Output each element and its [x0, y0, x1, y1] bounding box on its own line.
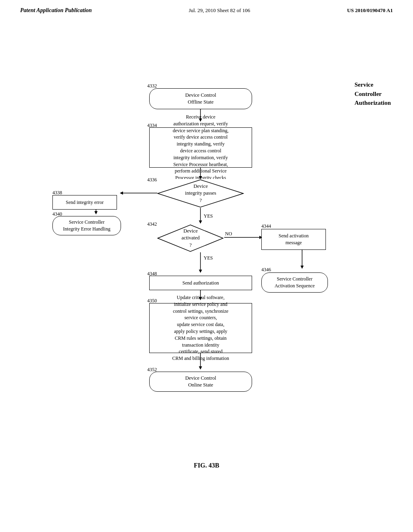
label-4344: 4344: [261, 223, 271, 229]
node-4332-device-control-offline-state: Device Control Offline State: [149, 88, 252, 109]
diagram-area: Service Controller Authorization: [0, 18, 413, 485]
label-4346: 4346: [261, 267, 271, 273]
node-4342-device-activated: Device activated ?: [157, 224, 224, 252]
publication-title: Patent Application Publication: [20, 7, 92, 14]
label-4336: 4336: [147, 177, 157, 183]
svg-text:YES: YES: [204, 255, 213, 261]
svg-text:YES: YES: [204, 213, 213, 219]
node-4348-send-authorization: Send authorization: [149, 276, 252, 290]
svg-marker-9: [94, 211, 98, 214]
svg-marker-15: [300, 266, 304, 269]
label-4342: 4342: [147, 221, 157, 227]
svg-marker-5: [120, 191, 123, 195]
node-4336-device-integrity-passes: Device integrity passes ?: [157, 179, 244, 208]
node-4334-receive-auth-request: Receive device authorization request, ve…: [149, 127, 252, 168]
figure-caption: FIG. 43B: [194, 462, 219, 469]
publication-date-sheet: Jul. 29, 2010 Sheet 82 of 106: [189, 7, 250, 14]
node-4352-device-control-online-state: Device Control Online State: [149, 372, 252, 392]
node-4346-activation-sequence: Service Controller Activation Sequence: [261, 272, 328, 293]
node-4338-send-integrity-error: Send integrity error: [52, 195, 117, 210]
patent-number: US 2010/0190470 A1: [347, 7, 393, 14]
svg-text:NO: NO: [225, 231, 232, 237]
svg-marker-7: [199, 220, 202, 224]
svg-marker-13: [199, 270, 202, 273]
node-4350-update-critical-software: Update critical software, initialize ser…: [149, 303, 252, 353]
node-4344-send-activation-message: Send activation message: [261, 229, 326, 250]
node-4340-integrity-error-handling: Service Controller Integrity Error Handl…: [52, 216, 121, 235]
page-header: Patent Application Publication Jul. 29, …: [0, 0, 413, 14]
svg-marker-19: [199, 366, 202, 370]
